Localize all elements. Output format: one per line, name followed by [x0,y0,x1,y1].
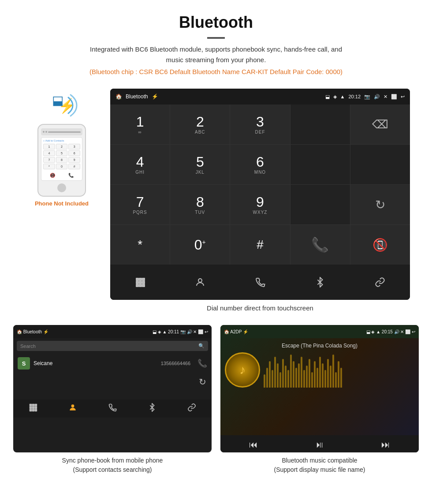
pb-contact-number: 13566664466 [161,361,190,366]
phone-key-9: 9 [68,157,80,163]
music-prev-icon[interactable]: ⏮ [249,440,258,450]
pb-bottom-person[interactable] [68,403,77,414]
dial-bottom-bar [110,265,410,300]
dial-call[interactable]: 📞 [290,225,350,265]
bottom-screens: 🏠 Bluetooth ⚡ ⬓ ◈ ▲ 20:11 📷 🔊 ✕ ⬜ ↩ Sear… [0,325,432,488]
eq-bar [274,357,276,388]
eq-bar [314,361,316,388]
pb-call-button[interactable]: 📞 [197,358,207,368]
pb-search-bar[interactable]: Search 🔍 [17,341,208,351]
dial-bottom-contacts[interactable] [170,269,230,295]
phone-key-3: 3 [68,144,80,149]
music-album-art: ♪ [225,352,260,388]
eq-bar [332,355,334,388]
pb-status-right: ⬓ ◈ ▲ 20:11 📷 🔊 ✕ ⬜ ↩ [153,329,208,334]
dial-screen-container: 🏠 Bluetooth ⚡ ⬓ ◈ ▲ 20:12 📷 🔊 ✕ ⬜ ↩ [110,89,410,321]
time-display: 20:12 [348,94,361,99]
dial-key-1[interactable]: 1∞ [110,105,170,144]
eq-bar [306,366,308,388]
eq-bar [330,366,331,388]
music-status-left: 🏠 A2DP ⚡ [224,329,248,334]
pb-search-placeholder: Search [20,343,36,349]
phone-camera [48,131,81,133]
eq-bar [277,363,279,388]
music-statusbar: 🏠 A2DP ⚡ ⬓ ◈ ▲ 20:15 🔊 ✕ ⬜ ↩ [220,325,419,338]
eq-bar [285,366,287,388]
dial-hangup[interactable]: 📵 [350,225,410,265]
phone-key-7: 7 [43,157,55,163]
dial-statusbar: 🏠 Bluetooth ⚡ ⬓ ◈ ▲ 20:12 📷 🔊 ✕ ⬜ ↩ [110,89,410,105]
eq-bar [298,363,300,388]
dial-bottom-grid[interactable] [110,269,170,295]
dial-key-7[interactable]: 7PQRS [110,185,170,224]
pb-spacer: ↻ [13,373,212,399]
statusbar-right: ⬓ ◈ ▲ 20:12 📷 🔊 ✕ ⬜ ↩ [325,94,405,100]
dial-key-6[interactable]: 6MNO [230,145,290,184]
dial-key-2[interactable]: 2ABC [170,105,230,144]
phone-key-8: 8 [56,157,68,163]
dial-key-8[interactable]: 8TUV [170,185,230,224]
phone-bottom-bar: 📵 📞 [43,172,80,179]
phone-not-included-label: Phone Not Included [35,200,89,207]
svg-rect-13 [34,404,37,407]
phone-key-4: 4 [43,150,55,156]
music-next-icon[interactable]: ⏭ [381,440,390,450]
svg-rect-2 [139,278,142,281]
dial-key-5[interactable]: 5JKL [170,145,230,184]
pb-contact-row: S Seicane 13566664466 📞 [13,354,212,373]
dial-key-3[interactable]: 3DEF [230,105,290,144]
home-icon: 🏠 [115,93,122,100]
phone-add-contacts: + Add to Contacts [43,139,80,142]
phone-top-bar [41,128,82,135]
pb-avatar: S [18,357,30,370]
eq-bar [309,359,310,388]
dial-caption: Dial number direct from touchscreen [207,304,313,312]
dial-bottom-phone[interactable] [230,269,290,295]
phone-mockup: + Add to Contacts 1 2 3 4 5 6 7 8 9 * 0 … [37,124,86,197]
pb-sync-icon[interactable]: ↻ [199,377,206,387]
svg-rect-19 [34,409,37,411]
dial-empty-2 [350,145,410,184]
pb-statusbar: 🏠 Bluetooth ⚡ ⬓ ◈ ▲ 20:11 📷 🔊 ✕ ⬜ ↩ [13,325,212,338]
dial-bottom-link[interactable] [350,269,410,295]
phonebook-caption: Sync phone-book from mobile phone (Suppo… [13,456,212,474]
music-play-pause-icon[interactable]: ⏯ [315,440,324,450]
pb-sync-row: ↻ [13,373,212,391]
pb-bottom-grid[interactable] [29,403,37,414]
eq-bar [324,370,326,388]
pb-bottom-bluetooth[interactable] [148,403,156,414]
dial-key-9[interactable]: 9WXYZ [230,185,290,224]
music-status-right: ⬓ ◈ ▲ 20:15 🔊 ✕ ⬜ ↩ [366,329,415,334]
dial-empty-1 [290,145,350,184]
dial-display [290,105,350,144]
middle-section: ⚡ ⬓ + Add to Contacts 1 2 3 4 [0,80,432,325]
dial-key-4[interactable]: 4GHI [110,145,170,184]
bluetooth-icon: ⬓ [52,93,63,108]
music-controls: ⏮ ⏯ ⏭ [220,435,419,452]
dial-bottom-bluetooth[interactable] [290,269,350,295]
dial-sync[interactable]: ↻ [350,185,410,224]
phone-dot-2 [45,131,47,133]
eq-bar [282,359,284,388]
dial-empty-3 [290,185,350,224]
eq-bar [319,357,321,388]
pb-bottom-link[interactable] [187,403,196,414]
eq-bar [290,355,292,388]
dial-screen: 🏠 Bluetooth ⚡ ⬓ ◈ ▲ 20:12 📷 🔊 ✕ ⬜ ↩ [110,89,410,300]
phone-end-icon: 📵 [50,173,55,178]
header-description: Integrated with BC6 Bluetooth module, su… [84,44,348,65]
dial-key-star[interactable]: * [110,225,170,265]
dial-key-hash[interactable]: # [230,225,290,265]
eq-bar [327,359,329,388]
window-icon: ⬜ [391,94,397,100]
music-art-container: ♪ [225,352,414,388]
pb-bottom-phone[interactable] [108,403,117,414]
pb-status-left: 🏠 Bluetooth ⚡ [17,329,48,334]
dial-backspace[interactable]: ⌫ [350,105,410,144]
phone-key-hash: # [68,164,80,169]
svg-rect-8 [139,284,142,287]
dial-key-0[interactable]: 0+ [170,225,230,265]
statusbar-left: 🏠 Bluetooth ⚡ [115,93,158,100]
phone-key-5: 5 [56,150,68,156]
svg-point-10 [198,279,202,282]
